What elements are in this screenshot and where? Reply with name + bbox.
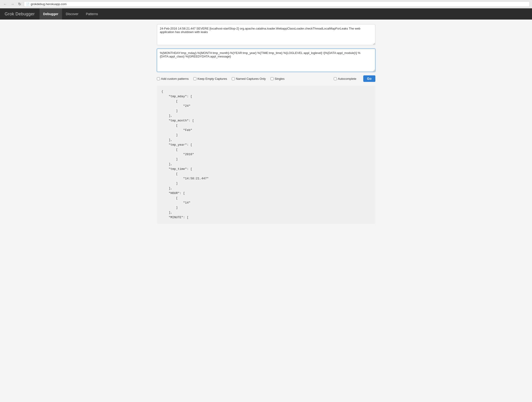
browser-chrome: ← → ↻ 📄 grokdebug.herokuapp.com (0, 0, 532, 8)
singles-checkbox[interactable] (271, 77, 273, 80)
json-output: { "tmp_mday": [ [ "24" ] ], "tmp_month":… (162, 89, 371, 220)
refresh-button[interactable]: ↻ (17, 1, 22, 7)
options-row: Add custom patterns Keep Empty Captures … (157, 75, 375, 82)
pattern-input[interactable]: %{MONTHDAY:tmp_mday}-%{MONTH:tmp_month}-… (157, 49, 375, 72)
autocomplete-label: Autocomplete (338, 77, 356, 80)
go-button[interactable]: Go (363, 75, 375, 82)
singles-label: Singles (275, 77, 285, 80)
named-captures-only-option[interactable]: Named Captures Only (232, 77, 266, 80)
forward-button[interactable]: → (10, 2, 15, 7)
navbar-nav: Debugger Discover Patterns (39, 8, 102, 19)
url-text: grokdebug.herokuapp.com (31, 2, 67, 6)
log-input-group: 24-Feb-2016 14:58:21.447 SEVERE [localho… (157, 24, 375, 46)
log-input[interactable]: 24-Feb-2016 14:58:21.447 SEVERE [localho… (157, 24, 375, 45)
options-right: Autocomplete Go (334, 75, 375, 82)
keep-empty-captures-option[interactable]: Keep Empty Captures (193, 77, 227, 80)
url-bar: 📄 grokdebug.herokuapp.com (24, 1, 530, 7)
named-captures-only-label: Named Captures Only (236, 77, 266, 80)
singles-option[interactable]: Singles (271, 77, 285, 80)
keep-empty-captures-checkbox[interactable] (193, 77, 196, 80)
named-captures-only-checkbox[interactable] (232, 77, 235, 80)
nav-item-patterns[interactable]: Patterns (82, 8, 101, 19)
autocomplete-option[interactable]: Autocomplete (334, 77, 356, 80)
navbar-brand: Grok Debugger (5, 12, 35, 17)
url-icon: 📄 (26, 3, 30, 6)
add-custom-patterns-label: Add custom patterns (161, 77, 189, 80)
results-panel: { "tmp_mday": [ [ "24" ] ], "tmp_month":… (157, 86, 375, 224)
keep-empty-captures-label: Keep Empty Captures (197, 77, 227, 80)
add-custom-patterns-checkbox[interactable] (157, 77, 160, 80)
nav-item-debugger[interactable]: Debugger (39, 8, 62, 19)
main-content: 24-Feb-2016 14:58:21.447 SEVERE [localho… (152, 19, 380, 228)
pattern-input-group: %{MONTHDAY:tmp_mday}-%{MONTH:tmp_month}-… (157, 49, 375, 73)
autocomplete-checkbox[interactable] (334, 77, 337, 80)
nav-item-discover[interactable]: Discover (62, 8, 82, 19)
add-custom-patterns-option[interactable]: Add custom patterns (157, 77, 189, 80)
back-button[interactable]: ← (2, 2, 8, 7)
navbar: Grok Debugger Debugger Discover Patterns (0, 8, 532, 19)
